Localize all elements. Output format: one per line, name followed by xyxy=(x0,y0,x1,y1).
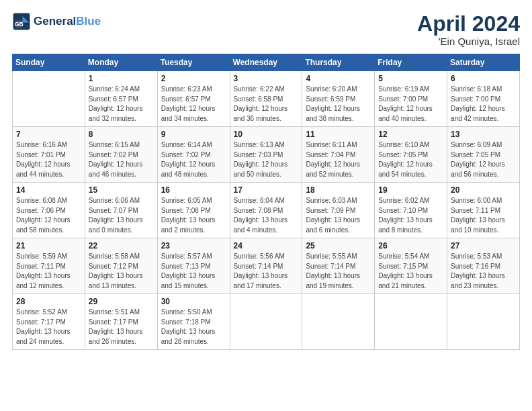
calendar-cell: 4 Sunrise: 6:20 AMSunset: 6:59 PMDayligh… xyxy=(302,71,375,127)
day-number: 8 xyxy=(89,130,154,139)
day-number: 26 xyxy=(378,241,443,250)
page: GB GeneralBlue April 2024 'Ein Quniya, I… xyxy=(0,0,532,411)
calendar-cell: 9 Sunrise: 6:14 AMSunset: 7:02 PMDayligh… xyxy=(157,127,230,183)
day-info: Sunrise: 6:00 AMSunset: 7:11 PMDaylight:… xyxy=(451,196,516,235)
calendar-cell: 10 Sunrise: 6:13 AMSunset: 7:03 PMDaylig… xyxy=(230,127,302,183)
calendar-cell: 16 Sunrise: 6:05 AMSunset: 7:08 PMDaylig… xyxy=(157,183,230,238)
calendar-cell: 1 Sunrise: 6:24 AMSunset: 6:57 PMDayligh… xyxy=(85,71,157,127)
calendar-cell: 30 Sunrise: 5:50 AMSunset: 7:18 PMDaylig… xyxy=(157,294,230,350)
calendar-week-row: 1 Sunrise: 6:24 AMSunset: 6:57 PMDayligh… xyxy=(13,71,520,127)
calendar-cell: 23 Sunrise: 5:57 AMSunset: 7:13 PMDaylig… xyxy=(157,238,230,294)
day-number: 23 xyxy=(161,241,226,250)
day-number: 5 xyxy=(378,74,443,83)
day-number: 6 xyxy=(451,74,516,83)
day-info: Sunrise: 6:08 AMSunset: 7:06 PMDaylight:… xyxy=(16,196,81,235)
day-info: Sunrise: 5:54 AMSunset: 7:15 PMDaylight:… xyxy=(378,252,443,291)
logo-icon: GB xyxy=(12,12,31,31)
weekday-header: Wednesday xyxy=(230,54,302,71)
day-number: 11 xyxy=(306,130,371,139)
calendar-cell: 28 Sunrise: 5:52 AMSunset: 7:17 PMDaylig… xyxy=(13,294,85,350)
calendar-cell: 15 Sunrise: 6:06 AMSunset: 7:07 PMDaylig… xyxy=(85,183,157,238)
calendar-table: SundayMondayTuesdayWednesdayThursdayFrid… xyxy=(12,54,520,350)
weekday-header: Thursday xyxy=(302,54,375,71)
day-info: Sunrise: 6:10 AMSunset: 7:05 PMDaylight:… xyxy=(378,140,443,179)
day-number: 19 xyxy=(378,185,443,195)
header: GB GeneralBlue April 2024 'Ein Quniya, I… xyxy=(12,12,520,47)
day-number: 21 xyxy=(16,241,81,250)
calendar-header-row: SundayMondayTuesdayWednesdayThursdayFrid… xyxy=(13,54,520,71)
calendar-week-row: 7 Sunrise: 6:16 AMSunset: 7:01 PMDayligh… xyxy=(13,127,520,183)
day-number: 13 xyxy=(451,130,516,139)
calendar-cell: 24 Sunrise: 5:56 AMSunset: 7:14 PMDaylig… xyxy=(230,238,302,294)
calendar-cell: 18 Sunrise: 6:03 AMSunset: 7:09 PMDaylig… xyxy=(302,183,375,238)
calendar-cell: 27 Sunrise: 5:53 AMSunset: 7:16 PMDaylig… xyxy=(447,238,520,294)
calendar-cell: 5 Sunrise: 6:19 AMSunset: 7:00 PMDayligh… xyxy=(375,71,447,127)
day-info: Sunrise: 6:23 AMSunset: 6:57 PMDaylight:… xyxy=(161,85,226,124)
calendar-cell: 3 Sunrise: 6:22 AMSunset: 6:58 PMDayligh… xyxy=(230,71,302,127)
day-info: Sunrise: 6:11 AMSunset: 7:04 PMDaylight:… xyxy=(306,140,371,179)
day-number: 3 xyxy=(234,74,299,83)
day-info: Sunrise: 6:03 AMSunset: 7:09 PMDaylight:… xyxy=(306,196,371,235)
day-number: 1 xyxy=(89,74,154,83)
day-info: Sunrise: 6:05 AMSunset: 7:08 PMDaylight:… xyxy=(161,196,226,235)
day-info: Sunrise: 6:22 AMSunset: 6:58 PMDaylight:… xyxy=(234,85,299,124)
day-number: 9 xyxy=(161,130,226,139)
day-number: 10 xyxy=(234,130,299,139)
weekday-header: Monday xyxy=(85,54,157,71)
day-info: Sunrise: 6:09 AMSunset: 7:05 PMDaylight:… xyxy=(451,140,516,179)
calendar-cell: 25 Sunrise: 5:55 AMSunset: 7:14 PMDaylig… xyxy=(302,238,375,294)
day-number: 25 xyxy=(306,241,371,250)
day-info: Sunrise: 6:24 AMSunset: 6:57 PMDaylight:… xyxy=(89,85,154,124)
day-info: Sunrise: 5:55 AMSunset: 7:14 PMDaylight:… xyxy=(306,252,371,291)
calendar-cell: 12 Sunrise: 6:10 AMSunset: 7:05 PMDaylig… xyxy=(375,127,447,183)
calendar-cell: 19 Sunrise: 6:02 AMSunset: 7:10 PMDaylig… xyxy=(375,183,447,238)
day-number: 18 xyxy=(306,185,371,195)
calendar-cell: 21 Sunrise: 5:59 AMSunset: 7:11 PMDaylig… xyxy=(13,238,85,294)
logo-text: GeneralBlue xyxy=(34,15,101,28)
day-number: 29 xyxy=(89,297,154,306)
day-number: 2 xyxy=(161,74,226,83)
day-number: 27 xyxy=(451,241,516,250)
day-info: Sunrise: 6:14 AMSunset: 7:02 PMDaylight:… xyxy=(161,140,226,179)
weekday-header: Tuesday xyxy=(157,54,230,71)
calendar-cell xyxy=(13,71,85,127)
calendar-cell xyxy=(230,294,302,350)
day-number: 22 xyxy=(89,241,154,250)
calendar-week-row: 14 Sunrise: 6:08 AMSunset: 7:06 PMDaylig… xyxy=(13,183,520,238)
day-number: 4 xyxy=(306,74,371,83)
calendar-week-row: 28 Sunrise: 5:52 AMSunset: 7:17 PMDaylig… xyxy=(13,294,520,350)
day-number: 12 xyxy=(378,130,443,139)
weekday-header: Sunday xyxy=(13,54,85,71)
calendar-cell: 29 Sunrise: 5:51 AMSunset: 7:17 PMDaylig… xyxy=(85,294,157,350)
day-info: Sunrise: 5:52 AMSunset: 7:17 PMDaylight:… xyxy=(16,308,81,347)
day-info: Sunrise: 5:58 AMSunset: 7:12 PMDaylight:… xyxy=(89,252,154,291)
calendar-week-row: 21 Sunrise: 5:59 AMSunset: 7:11 PMDaylig… xyxy=(13,238,520,294)
calendar-cell: 22 Sunrise: 5:58 AMSunset: 7:12 PMDaylig… xyxy=(85,238,157,294)
day-number: 7 xyxy=(16,130,81,139)
calendar-cell: 2 Sunrise: 6:23 AMSunset: 6:57 PMDayligh… xyxy=(157,71,230,127)
calendar-cell: 26 Sunrise: 5:54 AMSunset: 7:15 PMDaylig… xyxy=(375,238,447,294)
calendar-cell xyxy=(375,294,447,350)
weekday-header: Saturday xyxy=(447,54,520,71)
svg-text:GB: GB xyxy=(15,21,24,28)
location: 'Ein Quniya, Israel xyxy=(417,36,520,47)
day-info: Sunrise: 6:20 AMSunset: 6:59 PMDaylight:… xyxy=(306,85,371,124)
calendar-cell: 20 Sunrise: 6:00 AMSunset: 7:11 PMDaylig… xyxy=(447,183,520,238)
day-info: Sunrise: 6:13 AMSunset: 7:03 PMDaylight:… xyxy=(234,140,299,179)
day-number: 28 xyxy=(16,297,81,306)
logo: GB GeneralBlue xyxy=(12,12,101,31)
day-info: Sunrise: 6:04 AMSunset: 7:08 PMDaylight:… xyxy=(234,196,299,235)
calendar-cell xyxy=(302,294,375,350)
calendar-cell: 11 Sunrise: 6:11 AMSunset: 7:04 PMDaylig… xyxy=(302,127,375,183)
calendar-cell: 17 Sunrise: 6:04 AMSunset: 7:08 PMDaylig… xyxy=(230,183,302,238)
day-info: Sunrise: 6:02 AMSunset: 7:10 PMDaylight:… xyxy=(378,196,443,235)
day-number: 17 xyxy=(234,185,299,195)
calendar-cell: 13 Sunrise: 6:09 AMSunset: 7:05 PMDaylig… xyxy=(447,127,520,183)
calendar-cell: 8 Sunrise: 6:15 AMSunset: 7:02 PMDayligh… xyxy=(85,127,157,183)
day-number: 24 xyxy=(234,241,299,250)
day-info: Sunrise: 6:19 AMSunset: 7:00 PMDaylight:… xyxy=(378,85,443,124)
day-info: Sunrise: 6:06 AMSunset: 7:07 PMDaylight:… xyxy=(89,196,154,235)
calendar-cell: 7 Sunrise: 6:16 AMSunset: 7:01 PMDayligh… xyxy=(13,127,85,183)
calendar-cell xyxy=(447,294,520,350)
day-info: Sunrise: 5:51 AMSunset: 7:17 PMDaylight:… xyxy=(89,308,154,347)
